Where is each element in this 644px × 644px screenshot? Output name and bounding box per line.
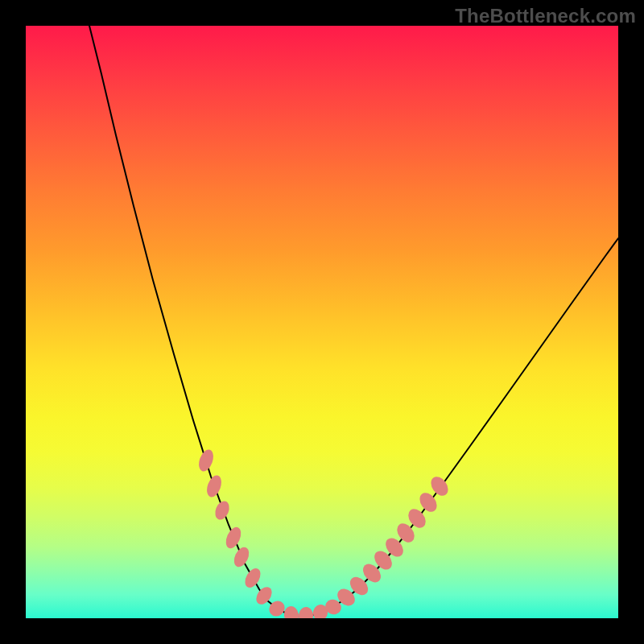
data-marker	[299, 607, 314, 618]
data-markers	[196, 448, 452, 618]
data-marker	[283, 605, 300, 618]
data-marker	[204, 473, 225, 499]
data-marker	[196, 448, 217, 473]
data-marker	[231, 545, 252, 569]
bottleneck-curve	[26, 26, 618, 618]
source-watermark: TheBottleneck.com	[455, 5, 636, 27]
chart-frame: TheBottleneck.com	[0, 0, 644, 644]
curve-left-branch	[89, 26, 299, 617]
data-marker	[223, 525, 244, 551]
data-marker	[213, 499, 232, 522]
curve-right-branch	[299, 238, 618, 617]
plot-area	[26, 26, 618, 618]
data-marker	[242, 566, 264, 591]
